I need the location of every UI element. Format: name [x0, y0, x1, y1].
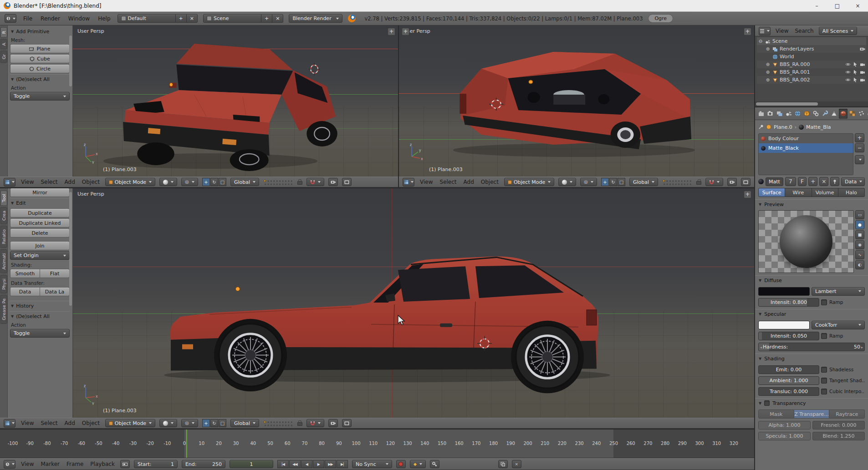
render-opengl-animation-icon[interactable] — [342, 419, 352, 427]
outliner-item-scene[interactable]: ⊖ Scene — [757, 37, 866, 45]
outliner-item-bbs-ra-002[interactable]: ⊕ BBS_RA.002 — [757, 76, 866, 84]
type-tab-surface[interactable]: Surface — [758, 188, 785, 197]
preview-world-icon[interactable]: ◐ — [855, 260, 864, 269]
translate-manipulator-icon[interactable]: + — [202, 178, 210, 186]
rotate-manipulator-icon[interactable]: ↻ — [609, 178, 617, 186]
pivot-point-dropdown[interactable]: ◎ — [181, 419, 198, 427]
selectability-cursor-icon[interactable] — [853, 62, 858, 67]
tab-material-icon[interactable] — [839, 109, 848, 119]
rotate-manipulator-icon[interactable]: ↻ — [210, 419, 218, 427]
preview-hair-icon[interactable]: ∿ — [855, 250, 864, 259]
cubic-interpolation-checkbox[interactable] — [821, 389, 827, 394]
start-frame-field[interactable]: Start:1 — [134, 460, 178, 468]
view-menu[interactable]: View — [20, 178, 35, 186]
select-menu[interactable]: Select — [39, 178, 59, 186]
tab-object-icon[interactable] — [802, 109, 811, 119]
translucency-slider[interactable]: Transluc: 0.000 — [758, 387, 819, 396]
add-circle-button[interactable]: Circle — [10, 64, 70, 73]
type-tab-wire[interactable]: Wire — [785, 188, 812, 197]
outliner-editor-type-icon[interactable] — [759, 27, 771, 35]
play-reverse-button[interactable]: ◀ — [301, 460, 312, 468]
diffuse-intensity-slider[interactable]: Intensit: 0.800 — [758, 298, 819, 307]
shelf-tab-create[interactable]: Crea — [0, 207, 7, 224]
panel-header-preview[interactable]: ▼Preview — [755, 199, 868, 209]
render-menu[interactable]: Render — [39, 15, 61, 23]
timeline-view-menu[interactable]: View — [20, 460, 35, 468]
remove-slot-button[interactable]: − — [855, 143, 864, 152]
info-editor-type-icon[interactable] — [5, 14, 16, 23]
add-scene-button[interactable]: + — [261, 14, 272, 23]
scale-manipulator-icon[interactable]: □ — [618, 178, 625, 186]
shade-smooth-button[interactable]: Smooth — [10, 269, 40, 278]
material-slot-list[interactable]: Body Colour Matte_Black — [758, 133, 853, 175]
specular-shader-dropdown[interactable]: CookTorr — [812, 321, 865, 329]
screen-layout-selector[interactable]: Default — [117, 14, 176, 23]
panel-header-history[interactable]: ▼History — [10, 301, 70, 310]
emit-slider[interactable]: Emit: 0.00 — [758, 365, 819, 374]
panel-header-specular[interactable]: ▼Specular — [755, 309, 868, 318]
snap-dropdown[interactable] — [306, 178, 324, 186]
select-menu[interactable]: Select — [39, 419, 59, 427]
pivot-point-dropdown[interactable]: ◎ — [580, 178, 597, 186]
layers-widget[interactable] — [662, 179, 692, 186]
panel-header-shading[interactable]: ▼Shading — [755, 354, 868, 363]
duplicate-linked-button[interactable]: Duplicate Linked — [10, 218, 70, 227]
users-count-button[interactable]: 7 — [785, 177, 796, 186]
viewport-shading-dropdown[interactable] — [558, 178, 576, 186]
copy-screen-icon[interactable] — [498, 460, 508, 468]
current-frame-field[interactable]: 1 — [230, 460, 273, 468]
mode-dropdown[interactable]: Object Mode — [105, 178, 155, 186]
minimize-button[interactable]: – — [807, 0, 827, 11]
delete-screen-layout-button[interactable]: × — [187, 14, 198, 23]
translate-manipulator-icon[interactable]: + — [202, 419, 210, 427]
object-menu[interactable]: Object — [81, 419, 101, 427]
shelf-tab-animation[interactable]: A — [0, 39, 7, 50]
delete-button[interactable]: Delete — [10, 228, 70, 238]
snap-dropdown[interactable] — [705, 178, 723, 186]
close-button[interactable]: × — [848, 0, 868, 11]
renderability-camera-icon[interactable] — [860, 70, 865, 75]
3d-viewport-top-right[interactable]: User Persp (1) Plane.003 z x y + + — [399, 25, 754, 177]
link-data-dropdown[interactable]: Data — [841, 177, 865, 186]
diffuse-color-swatch[interactable] — [758, 287, 810, 296]
current-frame-playhead[interactable] — [186, 430, 187, 458]
render-opengl-animation-icon[interactable] — [741, 178, 751, 186]
add-slot-button[interactable]: + — [855, 133, 864, 142]
3d-viewport-top-left[interactable]: User Persp (1) Plane.003 z x y + — [73, 25, 398, 177]
material-slot-matte-black[interactable]: Matte_Black — [759, 143, 853, 153]
outliner-item-world[interactable]: World — [757, 53, 866, 61]
specular-hardness-slider[interactable]: ◂▸ Hardness: 50 — [758, 343, 865, 351]
shelf-tab-grease[interactable]: Gr — [0, 51, 7, 63]
tab-render-icon[interactable] — [766, 109, 775, 119]
toggle-dropdown[interactable]: Toggle — [10, 329, 70, 338]
preview-sphere-icon[interactable]: ● — [855, 220, 864, 229]
shadeless-checkbox[interactable] — [821, 367, 827, 373]
orientation-dropdown[interactable]: Global — [230, 419, 259, 427]
add-menu[interactable]: Add — [63, 419, 77, 427]
file-menu[interactable]: File — [22, 15, 34, 23]
maximize-button[interactable]: □ — [827, 0, 848, 11]
diffuse-ramp-checkbox[interactable] — [821, 299, 827, 305]
expand-icon[interactable]: ⊕ — [765, 62, 771, 67]
add-menu[interactable]: Add — [462, 178, 475, 186]
visibility-eye-icon[interactable] — [845, 70, 851, 74]
orientation-dropdown[interactable]: Global — [629, 178, 658, 186]
material-slot-body-colour[interactable]: Body Colour — [759, 134, 853, 143]
jump-to-start-button[interactable]: |◀ — [277, 460, 289, 468]
new-material-button[interactable]: + — [808, 177, 817, 186]
outliner-item-renderlayers[interactable]: ⊕ RenderLayers — [757, 45, 866, 53]
renderability-camera-icon[interactable] — [860, 78, 865, 82]
selectability-cursor-icon[interactable] — [853, 70, 858, 75]
add-screen-layout-button[interactable]: + — [176, 14, 187, 23]
expand-icon[interactable]: ⊕ — [765, 70, 771, 75]
render-toggle-icon[interactable] — [860, 47, 865, 51]
editor-type-icon[interactable] — [403, 178, 414, 187]
diffuse-shader-dropdown[interactable]: Lambert — [812, 287, 865, 296]
lock-icon[interactable] — [297, 181, 302, 185]
expand-properties-region-icon[interactable]: + — [744, 28, 751, 35]
timeline-frame-menu[interactable]: Frame — [65, 460, 85, 468]
play-button[interactable]: ▶ — [313, 460, 324, 468]
toggle-dropdown[interactable]: Toggle — [10, 92, 70, 101]
ambient-slider[interactable]: Ambient: 1.000 — [758, 376, 819, 385]
pin-icon[interactable] — [758, 124, 764, 130]
